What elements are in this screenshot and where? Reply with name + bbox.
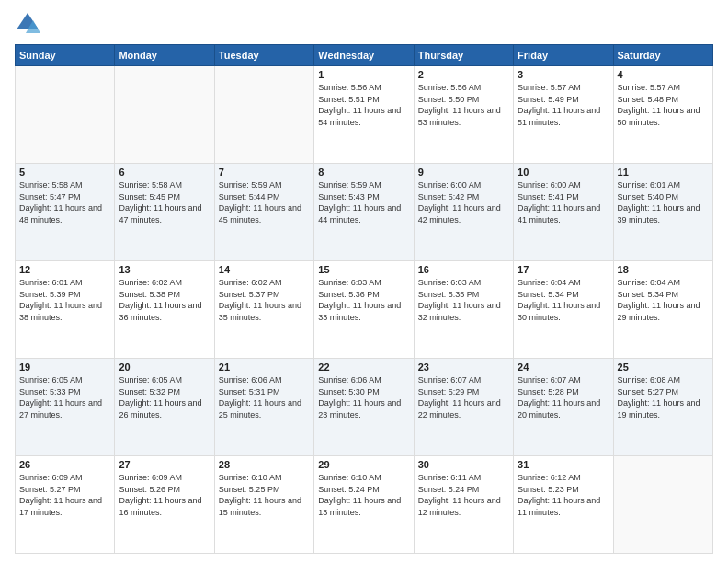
day-info: Sunset: 5:30 PM [318,386,409,398]
day-info: Daylight: 11 hours and 36 minutes. [119,300,210,323]
day-cell: 2Sunrise: 5:56 AMSunset: 5:50 PMDaylight… [414,66,513,164]
day-info: Sunset: 5:23 PM [518,484,609,496]
day-cell: 5Sunrise: 5:58 AMSunset: 5:47 PMDaylight… [16,164,115,261]
day-info: Daylight: 11 hours and 15 minutes. [219,495,310,518]
day-cell: 20Sunrise: 6:05 AMSunset: 5:32 PMDayligh… [115,359,214,456]
day-info: Sunset: 5:31 PM [219,386,310,398]
day-info: Sunrise: 6:01 AM [19,277,110,289]
day-info: Daylight: 11 hours and 41 minutes. [518,202,609,225]
week-row-2: 5Sunrise: 5:58 AMSunset: 5:47 PMDaylight… [16,164,713,261]
day-info: Daylight: 11 hours and 17 minutes. [19,495,110,518]
day-cell: 23Sunrise: 6:07 AMSunset: 5:29 PMDayligh… [414,359,513,456]
day-cell: 9Sunrise: 6:00 AMSunset: 5:42 PMDaylight… [414,164,513,261]
day-cell: 14Sunrise: 6:02 AMSunset: 5:37 PMDayligh… [214,261,313,359]
day-number: 19 [19,362,110,373]
day-number: 13 [119,264,210,275]
day-cell: 30Sunrise: 6:11 AMSunset: 5:24 PMDayligh… [414,456,513,554]
weekday-header-monday: Monday [115,45,214,66]
day-cell: 21Sunrise: 6:06 AMSunset: 5:31 PMDayligh… [214,359,313,456]
logo-icon [15,11,40,37]
day-cell: 16Sunrise: 6:03 AMSunset: 5:35 PMDayligh… [414,261,513,359]
calendar-table: SundayMondayTuesdayWednesdayThursdayFrid… [15,44,713,554]
day-number: 3 [518,69,609,80]
day-info: Daylight: 11 hours and 47 minutes. [119,202,210,225]
day-info: Daylight: 11 hours and 48 minutes. [19,202,110,225]
day-info: Sunset: 5:44 PM [219,191,310,203]
weekday-header-tuesday: Tuesday [214,45,313,66]
day-number: 27 [119,459,210,470]
day-number: 26 [19,459,110,470]
day-cell: 6Sunrise: 5:58 AMSunset: 5:45 PMDaylight… [115,164,214,261]
day-info: Sunset: 5:32 PM [119,386,210,398]
day-cell: 19Sunrise: 6:05 AMSunset: 5:33 PMDayligh… [16,359,115,456]
day-cell: 4Sunrise: 5:57 AMSunset: 5:48 PMDaylight… [613,66,712,164]
day-info: Sunrise: 5:58 AM [19,179,110,191]
day-info: Daylight: 11 hours and 45 minutes. [219,202,310,225]
day-info: Daylight: 11 hours and 50 minutes. [618,105,709,128]
day-number: 17 [518,264,609,275]
day-cell [16,66,115,164]
day-cell: 15Sunrise: 6:03 AMSunset: 5:36 PMDayligh… [314,261,414,359]
day-info: Sunset: 5:42 PM [418,191,509,203]
day-info: Sunrise: 6:05 AM [119,374,210,386]
day-info: Daylight: 11 hours and 30 minutes. [518,300,609,323]
day-number: 12 [19,264,110,275]
week-row-3: 12Sunrise: 6:01 AMSunset: 5:39 PMDayligh… [16,261,713,359]
day-info: Sunset: 5:25 PM [219,484,310,496]
day-number: 14 [219,264,310,275]
day-info: Sunset: 5:41 PM [518,191,609,203]
day-number: 22 [318,362,409,373]
day-number: 7 [219,167,310,178]
day-info: Sunset: 5:36 PM [318,289,409,301]
day-cell: 26Sunrise: 6:09 AMSunset: 5:27 PMDayligh… [16,456,115,554]
day-info: Sunset: 5:27 PM [618,386,709,398]
weekday-header-friday: Friday [514,45,613,66]
day-info: Sunrise: 6:09 AM [19,472,110,484]
day-info: Daylight: 11 hours and 12 minutes. [418,495,509,518]
day-info: Daylight: 11 hours and 44 minutes. [318,202,409,225]
day-info: Daylight: 11 hours and 20 minutes. [518,397,609,420]
day-cell: 11Sunrise: 6:01 AMSunset: 5:40 PMDayligh… [613,164,712,261]
day-info: Sunset: 5:24 PM [318,484,409,496]
day-cell: 22Sunrise: 6:06 AMSunset: 5:30 PMDayligh… [314,359,414,456]
day-info: Sunset: 5:51 PM [318,94,409,106]
day-number: 9 [418,167,509,178]
day-info: Sunrise: 6:07 AM [518,374,609,386]
day-info: Daylight: 11 hours and 51 minutes. [518,105,609,128]
day-number: 2 [418,69,509,80]
day-number: 28 [219,459,310,470]
day-info: Sunset: 5:33 PM [19,386,110,398]
day-info: Sunset: 5:50 PM [418,94,509,106]
week-row-4: 19Sunrise: 6:05 AMSunset: 5:33 PMDayligh… [16,359,713,456]
day-info: Sunrise: 6:12 AM [518,472,609,484]
day-cell [214,66,313,164]
weekday-header-saturday: Saturday [613,45,712,66]
day-cell: 3Sunrise: 5:57 AMSunset: 5:49 PMDaylight… [514,66,613,164]
day-cell: 13Sunrise: 6:02 AMSunset: 5:38 PMDayligh… [115,261,214,359]
day-info: Sunset: 5:49 PM [518,94,609,106]
day-cell: 18Sunrise: 6:04 AMSunset: 5:34 PMDayligh… [613,261,712,359]
day-info: Sunrise: 5:58 AM [119,179,210,191]
day-info: Sunset: 5:24 PM [418,484,509,496]
day-info: Daylight: 11 hours and 16 minutes. [119,495,210,518]
day-info: Sunset: 5:34 PM [518,289,609,301]
day-info: Sunset: 5:45 PM [119,191,210,203]
week-row-1: 1Sunrise: 5:56 AMSunset: 5:51 PMDaylight… [16,66,713,164]
day-info: Sunrise: 5:59 AM [219,179,310,191]
day-number: 6 [119,167,210,178]
day-info: Sunrise: 6:00 AM [518,179,609,191]
day-number: 24 [518,362,609,373]
day-info: Daylight: 11 hours and 26 minutes. [119,397,210,420]
day-number: 29 [318,459,409,470]
day-info: Sunset: 5:48 PM [618,94,709,106]
day-info: Sunrise: 6:09 AM [119,472,210,484]
day-number: 21 [219,362,310,373]
day-cell: 12Sunrise: 6:01 AMSunset: 5:39 PMDayligh… [16,261,115,359]
day-number: 30 [418,459,509,470]
day-number: 31 [518,459,609,470]
calendar-page: SundayMondayTuesdayWednesdayThursdayFrid… [0,0,728,563]
day-info: Daylight: 11 hours and 23 minutes. [318,397,409,420]
day-number: 20 [119,362,210,373]
day-number: 10 [518,167,609,178]
day-info: Daylight: 11 hours and 42 minutes. [418,202,509,225]
